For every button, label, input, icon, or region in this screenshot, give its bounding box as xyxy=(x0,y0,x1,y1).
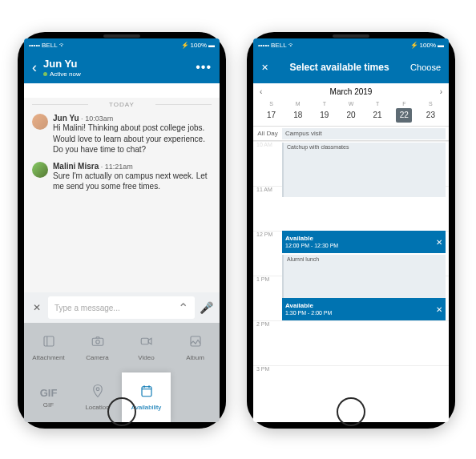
status-bar: •••••BELLᯤ ⚡100%▬ xyxy=(253,38,449,51)
grid-album[interactable]: Album xyxy=(171,323,220,372)
back-icon[interactable]: ‹ xyxy=(32,59,37,76)
svg-point-2 xyxy=(95,340,99,344)
calendar-event[interactable]: Alumni lunch xyxy=(282,255,446,298)
allday-label: All Day xyxy=(253,130,282,137)
day-cell[interactable]: T19 xyxy=(311,101,337,123)
available-block[interactable]: Available12:00 PM - 12:30 PM ✕ xyxy=(282,231,446,253)
screen-right: •••••BELLᯤ ⚡100%▬ ✕ Select available tim… xyxy=(253,38,449,422)
grid-attachment[interactable]: Attachment xyxy=(24,323,73,372)
day-cell[interactable]: S17 xyxy=(258,101,284,123)
attachment-icon xyxy=(42,334,56,352)
home-button[interactable] xyxy=(337,397,365,426)
day-cell-selected[interactable]: F22 xyxy=(391,101,418,123)
allday-event[interactable]: Campus visit xyxy=(282,128,446,139)
week-row: S17 M18 T19 W20 T21 F22 S23 xyxy=(253,99,449,127)
svg-rect-3 xyxy=(141,338,148,344)
available-block[interactable]: Available1:30 PM - 2:00 PM ✕ xyxy=(282,298,446,320)
avatar[interactable] xyxy=(32,114,48,130)
calendar-event[interactable]: Catchup with classmates xyxy=(282,143,446,197)
svg-rect-6 xyxy=(142,387,151,397)
compose-placeholder: Type a message... xyxy=(54,304,120,312)
mic-icon[interactable]: 🎤 xyxy=(200,301,213,314)
screen-left: •••••BELLᯤ ⚡100%▬ ‹ Jun Yu Active now ••… xyxy=(24,38,220,422)
spacer xyxy=(24,83,220,98)
svg-point-5 xyxy=(96,388,99,391)
hour-label: 2 PM xyxy=(255,321,280,327)
location-icon xyxy=(91,384,105,401)
modal-header: ✕ Select available times Choose xyxy=(253,51,449,83)
message-header: Jun Yu · 10:03am xyxy=(53,114,212,123)
phone-right: •••••BELLᯤ ⚡100%▬ ✕ Select available tim… xyxy=(247,32,455,429)
message: Malini Misra · 11:21am Sure I'm actually… xyxy=(24,159,220,195)
month-row: ‹ March 2019 › xyxy=(253,83,449,99)
choose-button[interactable]: Choose xyxy=(410,62,441,72)
day-cell[interactable]: T21 xyxy=(365,101,391,123)
chevron-right-icon[interactable]: › xyxy=(440,87,442,96)
svg-rect-1 xyxy=(92,338,103,345)
chat-name: Jun Yu xyxy=(43,58,196,70)
calendar-body[interactable]: 10 AM 11 AM 12 PM 1 PM 2 PM 3 PM Catchup… xyxy=(253,141,449,422)
battery-pct: 100% xyxy=(191,42,207,49)
grid-empty xyxy=(171,372,220,422)
chevron-left-icon[interactable]: ‹ xyxy=(260,87,262,96)
compose-input[interactable]: Type a message... ⌃ xyxy=(48,296,195,319)
gif-icon: GIF xyxy=(40,387,58,399)
grid-video[interactable]: Video xyxy=(122,323,171,372)
chevron-up-icon[interactable]: ⌃ xyxy=(178,300,188,316)
hour-label: 10 AM xyxy=(255,142,280,147)
more-icon[interactable]: ••• xyxy=(196,60,212,74)
message-header: Malini Misra · 11:21am xyxy=(53,162,212,171)
modal-title: Select available times xyxy=(290,62,389,73)
grid-gif[interactable]: GIF GIF xyxy=(24,372,73,422)
grid-camera[interactable]: Camera xyxy=(73,323,122,372)
avatar[interactable] xyxy=(32,162,48,178)
close-icon[interactable]: ✕ xyxy=(30,302,43,313)
month-label: March 2019 xyxy=(330,87,373,96)
close-icon[interactable]: ✕ xyxy=(261,62,268,73)
remove-icon[interactable]: ✕ xyxy=(436,238,442,247)
allday-row: All Day Campus visit xyxy=(253,127,449,141)
chat-status: Active now xyxy=(43,70,196,78)
home-button[interactable] xyxy=(107,397,136,426)
message: Jun Yu · 10:03am Hi Malini! Thinking abo… xyxy=(24,111,220,159)
camera-icon xyxy=(91,334,105,352)
carrier: BELL xyxy=(42,42,58,49)
album-icon xyxy=(188,334,203,352)
hour-label: 12 PM xyxy=(255,232,280,237)
day-cell[interactable]: S23 xyxy=(418,101,444,123)
hour-label: 1 PM xyxy=(255,276,280,282)
svg-rect-0 xyxy=(44,336,54,346)
phone-left: •••••BELLᯤ ⚡100%▬ ‹ Jun Yu Active now ••… xyxy=(18,32,226,429)
message-text: Hi Malini! Thinking about post college j… xyxy=(53,123,212,155)
compose-bar: ✕ Type a message... ⌃ 🎤 xyxy=(24,292,220,323)
remove-icon[interactable]: ✕ xyxy=(436,305,442,314)
hour-label: 11 AM xyxy=(255,187,280,192)
video-icon xyxy=(139,334,154,352)
day-cell[interactable]: M18 xyxy=(284,101,311,123)
day-cell[interactable]: W20 xyxy=(337,101,364,123)
message-text: Sure I'm actually on campus next week. L… xyxy=(53,171,212,192)
status-bar: •••••BELLᯤ ⚡100%▬ xyxy=(24,38,220,51)
calendar-icon xyxy=(139,384,154,401)
date-divider: TODAY xyxy=(24,98,220,111)
chat-header: ‹ Jun Yu Active now ••• xyxy=(24,51,220,83)
hour-label: 3 PM xyxy=(255,366,280,372)
